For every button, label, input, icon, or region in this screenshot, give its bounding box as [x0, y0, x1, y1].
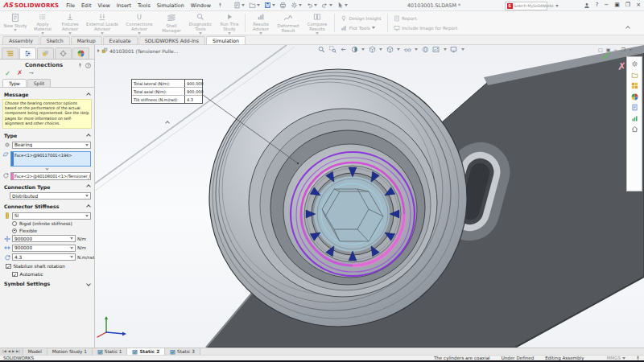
custom-properties-icon[interactable]	[631, 104, 638, 111]
rigid-radio[interactable]: Rigid (infinite stiffness)	[12, 221, 94, 226]
apply-material-button[interactable]: Apply Material	[29, 11, 56, 35]
stabilize-shaft-rotation-checkbox[interactable]: ✓Stabilize shaft rotation	[6, 264, 94, 269]
housing-face-selection-box[interactable]: Face<2>@40108001<1>/Tensioner_Pull	[10, 172, 91, 180]
ok-button[interactable]: ✓	[5, 70, 10, 76]
document-tab[interactable]: 40103001 (Tensioner Pulle...	[97, 47, 178, 54]
user-account-icon[interactable]	[584, 2, 590, 9]
bearing-type-select[interactable]: Bearing	[12, 142, 91, 149]
scroll-last-icon[interactable]: ▶|	[16, 348, 20, 355]
static-3-tab[interactable]: Static 3	[165, 348, 200, 355]
tab-markup[interactable]: Markup	[71, 36, 102, 45]
select-pointer-icon[interactable]	[336, 2, 348, 9]
feature-tree-flyout-icon[interactable]	[97, 49, 100, 52]
new-document-icon[interactable]	[233, 2, 245, 9]
options-gear-icon[interactable]	[291, 2, 302, 9]
search-dropdown-caret[interactable]	[555, 5, 559, 7]
edit-appearance-icon[interactable]	[422, 46, 429, 53]
scroll-prev-icon[interactable]: ◀	[8, 348, 10, 355]
view-settings-icon[interactable]	[450, 46, 457, 53]
callout-collapse-handle[interactable]	[166, 113, 169, 128]
menu-simulation[interactable]: Simulation	[157, 2, 184, 9]
display-manager-tab[interactable]	[72, 47, 89, 59]
view-settings-caret[interactable]	[461, 48, 464, 51]
panel-help-icon[interactable]: ?	[85, 63, 91, 68]
apply-scene-icon[interactable]	[432, 46, 440, 53]
connector-stiffness-section-header[interactable]: Connector Stiffness	[0, 202, 94, 210]
results-advisor-button[interactable]: Results Advisor	[247, 11, 275, 35]
lateral-stiffness-input[interactable]: 900000	[12, 235, 76, 242]
task-pane-gear-icon[interactable]	[631, 60, 638, 68]
display-style-caret[interactable]	[397, 48, 400, 51]
menu-edit[interactable]: Edit	[81, 2, 91, 9]
previous-view-icon[interactable]	[340, 46, 347, 53]
compare-results-button[interactable]: Compare Results	[302, 11, 332, 35]
menu-pin-icon[interactable]	[217, 2, 223, 8]
symbol-settings-section-header[interactable]: Symbol Settings	[0, 279, 94, 287]
design-insight-button[interactable]: Design Insight	[341, 15, 382, 22]
type-subtab[interactable]: Type	[2, 79, 27, 87]
save-icon[interactable]	[264, 2, 275, 9]
close-icon[interactable]: ×	[636, 1, 641, 10]
axial-stiffness-input[interactable]: 900000	[12, 245, 76, 252]
menu-view[interactable]: View	[97, 2, 109, 9]
open-icon[interactable]	[249, 2, 260, 9]
hide-show-items-icon[interactable]	[404, 46, 411, 53]
static-1-tab[interactable]: Static 1	[93, 348, 128, 355]
message-section-header[interactable]: Message	[0, 90, 94, 98]
confirm-ok-button[interactable]: ✓	[601, 48, 612, 64]
flexible-radio[interactable]: Flexible	[12, 228, 94, 233]
tilt-stiffness-input[interactable]: 4.3	[12, 253, 76, 261]
units-select[interactable]: SI	[12, 212, 91, 220]
confirm-cancel-button[interactable]: ✗	[617, 60, 626, 72]
hide-show-caret[interactable]	[415, 48, 418, 51]
keep-visible-icon[interactable]: ⊸	[29, 70, 34, 76]
include-image-for-report-button[interactable]: Include Image for Report	[394, 25, 458, 31]
scroll-first-icon[interactable]: |◀	[2, 348, 6, 355]
minimize-icon[interactable]: −	[604, 1, 609, 10]
connections-advisor-button[interactable]: Connections Advisor	[121, 11, 158, 35]
graphics-viewport[interactable]: 40103001 (Tensioner Pulle... ▢ ▣ −	[95, 45, 644, 348]
section-view-caret[interactable]	[361, 48, 365, 51]
static-2-tab[interactable]: Static 2	[127, 348, 165, 355]
bearing-stiffness-callout[interactable]: Total lateral (N/m): 900,000 Total axial…	[131, 79, 203, 104]
new-study-button[interactable]: New Study	[2, 11, 29, 35]
restore-icon[interactable]: ❐	[625, 1, 630, 10]
property-manager-tab[interactable]	[19, 47, 36, 59]
doc-minimize-icon[interactable]: −	[613, 47, 617, 52]
view-palette-icon[interactable]	[631, 82, 638, 89]
design-library-icon[interactable]	[631, 72, 638, 79]
pushpin-icon[interactable]	[77, 63, 83, 68]
redo-icon[interactable]	[321, 2, 332, 9]
apply-scene-caret[interactable]	[444, 48, 447, 51]
tab-sketch[interactable]: Sketch	[40, 36, 70, 45]
menu-tools[interactable]: Tools	[138, 2, 151, 9]
scroll-next-icon[interactable]: ▶	[12, 348, 14, 355]
connection-type-select[interactable]: Distributed	[10, 192, 91, 200]
tab-evaluate[interactable]: Evaluate	[103, 36, 138, 45]
split-subtab[interactable]: Split	[27, 79, 51, 87]
menu-insert[interactable]: Insert	[117, 2, 131, 9]
undo-icon[interactable]	[306, 2, 317, 9]
appearances-icon[interactable]	[631, 93, 638, 101]
tab-simulation[interactable]: Simulation	[206, 36, 246, 45]
help-icon[interactable]: ?	[596, 1, 599, 10]
type-section-header[interactable]: Type	[0, 131, 94, 139]
plot-tools-button[interactable]: Plot Tools	[341, 25, 382, 31]
home-icon[interactable]	[631, 125, 638, 133]
tab-solidworks-add-ins[interactable]: SOLIDWORKS Add-Ins	[138, 36, 205, 45]
doc-close-icon[interactable]: ×	[629, 47, 633, 52]
bearing-bore[interactable]	[304, 166, 401, 262]
units-caret[interactable]	[622, 357, 625, 360]
section-view-icon[interactable]	[351, 46, 358, 53]
model-tab[interactable]: Model	[23, 348, 47, 355]
menu-file[interactable]: File	[66, 2, 75, 9]
tab-assembly[interactable]: Assembly	[2, 36, 39, 45]
dimxpert-manager-tab[interactable]	[55, 47, 72, 59]
doc-restore-icon[interactable]: ❐	[621, 47, 625, 52]
feature-manager-tab[interactable]	[2, 47, 19, 59]
motion-study-1-tab[interactable]: Motion Study 1	[47, 348, 93, 355]
display-style-icon[interactable]	[386, 46, 394, 53]
automatic-checkbox[interactable]: ✓Automatic	[12, 272, 94, 278]
print-icon[interactable]	[279, 2, 287, 9]
selection-list-resize[interactable]	[0, 167, 94, 170]
